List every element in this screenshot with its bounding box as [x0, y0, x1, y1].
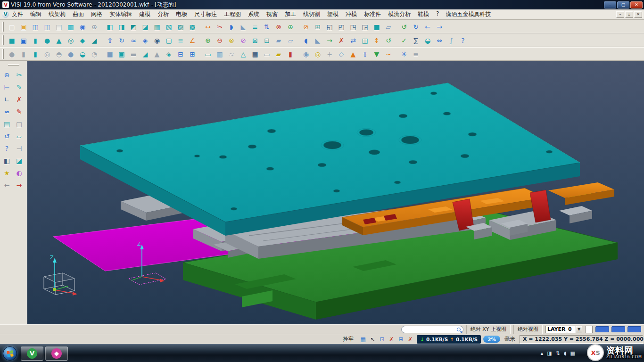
menu-item[interactable]: 冲模	[346, 10, 357, 18]
rotate-solid-icon[interactable]: ↺	[383, 35, 394, 46]
plane-icon[interactable]: ▱	[14, 131, 25, 142]
offset-curve-icon[interactable]: ≡	[249, 21, 261, 33]
cylinder-teal-icon[interactable]: ▮	[30, 49, 41, 60]
rib-feature-icon[interactable]: ≡	[175, 35, 186, 46]
quick-search-input[interactable]	[404, 327, 457, 332]
surface-revolve-icon[interactable]: ◩	[128, 21, 139, 33]
face-edit-icon[interactable]: ▰	[273, 35, 284, 46]
view-right-icon[interactable]: ◲	[359, 21, 371, 33]
lock-icon[interactable]: ◧	[1, 155, 13, 166]
rotate-view-icon[interactable]: ↺	[398, 21, 410, 33]
layers-icon[interactable]: ▤	[1, 118, 13, 130]
surface-sweep-icon[interactable]: ◪	[140, 21, 151, 33]
bushing-icon[interactable]: ◉	[300, 49, 312, 60]
menu-item[interactable]: 工程图	[224, 10, 241, 18]
block-solid-icon[interactable]: ▣	[18, 35, 29, 46]
torus-solid-icon[interactable]: ◎	[65, 35, 76, 46]
pad-feature-icon[interactable]: ▭	[202, 49, 214, 60]
trim-icon[interactable]: ✂	[14, 69, 25, 81]
pin-feature-icon[interactable]: ▮	[285, 49, 296, 60]
maximize-button[interactable]: ▢	[617, 1, 629, 8]
close-button[interactable]: ✕	[630, 1, 643, 8]
display-tray-icon[interactable]: ◨	[547, 350, 552, 356]
layer-preview-box[interactable]	[585, 326, 593, 333]
viewport-3d[interactable]: Z Z	[27, 61, 644, 324]
menu-item[interactable]: 尺寸标注	[194, 10, 217, 18]
surface-extend-icon[interactable]: ↔	[202, 21, 214, 33]
octahedron-icon[interactable]: ◈	[163, 49, 174, 60]
boolean-subtract-icon[interactable]: ⊖	[214, 35, 225, 46]
chamfer-solid-icon[interactable]: ◣	[312, 35, 323, 46]
cone-solid-icon[interactable]: ▲	[53, 35, 65, 46]
shaded-view-icon[interactable]: ■	[371, 21, 382, 33]
delete-face-icon[interactable]: ✗	[336, 35, 347, 46]
menu-item[interactable]: 线切割	[303, 10, 320, 18]
wedge-solid-icon[interactable]: ◢	[89, 35, 100, 46]
edge-edit-icon[interactable]: ▱	[285, 35, 296, 46]
cylinder-solid-icon[interactable]: ▮	[30, 35, 41, 46]
erase-icon[interactable]: ✗	[14, 94, 25, 105]
view-top-icon[interactable]: ◰	[336, 21, 347, 33]
dome-primitive-icon[interactable]: ◓	[53, 49, 65, 60]
copy-solid-icon[interactable]: ⇄	[347, 35, 359, 46]
key-feature-icon[interactable]: ▰	[273, 49, 284, 60]
taper-feature-icon[interactable]: △	[238, 49, 249, 60]
design-app-taskbar-button[interactable]: ◆	[45, 346, 68, 361]
open-file-icon[interactable]: ▣	[18, 21, 29, 33]
menu-item-company[interactable]: 潇洒五金模具科技	[446, 10, 491, 18]
surface-blend-icon[interactable]: ▨	[175, 21, 186, 33]
info-icon[interactable]: ?	[457, 35, 469, 46]
minimize-button[interactable]: –	[604, 1, 616, 8]
ejector-icon[interactable]: ▲	[347, 49, 359, 60]
pan-view-icon[interactable]: ⊕	[89, 21, 100, 33]
surface-patch-icon[interactable]: ▧	[163, 21, 174, 33]
visi-taskbar-button[interactable]: V	[21, 346, 43, 361]
ortho-icon[interactable]: ⊞	[396, 335, 405, 343]
child-close-button[interactable]: ✕	[634, 11, 642, 18]
groove-feature-icon[interactable]: ▥	[214, 49, 225, 60]
gate-icon[interactable]: ▼	[371, 49, 382, 60]
sweep-solid-icon[interactable]: ≈	[128, 35, 139, 46]
sphere-primitive-icon[interactable]: ●	[65, 49, 76, 60]
zoom-window-icon[interactable]: ◉	[77, 21, 88, 33]
forward-icon[interactable]: →	[14, 180, 25, 191]
menu-item[interactable]: 曲面	[73, 10, 84, 18]
view-iso-icon[interactable]: ◱	[324, 21, 335, 33]
chamfer-icon[interactable]: ◣	[238, 21, 249, 33]
undo-icon[interactable]: ←	[422, 21, 433, 33]
menu-item[interactable]: 塑模	[327, 10, 339, 18]
cube-primitive-icon[interactable]: ■	[104, 49, 116, 60]
menu-item[interactable]: 视窗	[266, 10, 278, 18]
join-icon[interactable]: ⊕	[285, 21, 296, 33]
electrode-icon[interactable]: ▦	[249, 49, 261, 60]
ucs-icon[interactable]: ∟	[1, 94, 13, 105]
dimension-icon[interactable]: ⊢	[1, 82, 13, 93]
action-center-tray-icon[interactable]: ▦	[570, 350, 575, 356]
surface-ruled-icon[interactable]: ◨	[116, 21, 127, 33]
redo-icon[interactable]: →	[434, 21, 445, 33]
hidden-icons-icon[interactable]: ▴	[541, 350, 544, 356]
extrude-icon[interactable]: ⇧	[104, 35, 116, 46]
zoom-icon[interactable]: ⊕	[1, 69, 13, 81]
menu-item[interactable]: 系统	[248, 10, 259, 18]
draft-feature-icon[interactable]: ∠	[187, 35, 198, 46]
boolean-intersect-icon[interactable]: ⊗	[226, 35, 237, 46]
orbit-icon[interactable]: ↺	[1, 131, 13, 142]
slot-feature-icon[interactable]: ▭	[261, 49, 272, 60]
absolute-view-button[interactable]: 绝对视图	[513, 325, 543, 334]
mass-props-icon[interactable]: ∫	[446, 35, 457, 46]
fillet-solid-icon[interactable]: ◖	[300, 35, 312, 46]
toolbar-grip[interactable]	[2, 22, 4, 32]
boss-feature-icon[interactable]: ⊞	[187, 49, 198, 60]
slab-primitive-icon[interactable]: ▬	[128, 49, 139, 60]
screw-icon[interactable]: +	[324, 49, 335, 60]
move-face-icon[interactable]: →	[324, 35, 335, 46]
split-icon[interactable]: ⊘	[300, 21, 312, 33]
scale-solid-icon[interactable]: ↕	[371, 35, 382, 46]
menu-item[interactable]: 模流分析	[388, 10, 411, 18]
child-minimize-button[interactable]: –	[616, 11, 624, 18]
surface-trim-icon[interactable]: ✂	[214, 21, 225, 33]
section-icon[interactable]: ◒	[422, 35, 433, 46]
snap-off-icon[interactable]: ✗	[387, 335, 396, 343]
cap-primitive-icon[interactable]: ◔	[89, 49, 100, 60]
